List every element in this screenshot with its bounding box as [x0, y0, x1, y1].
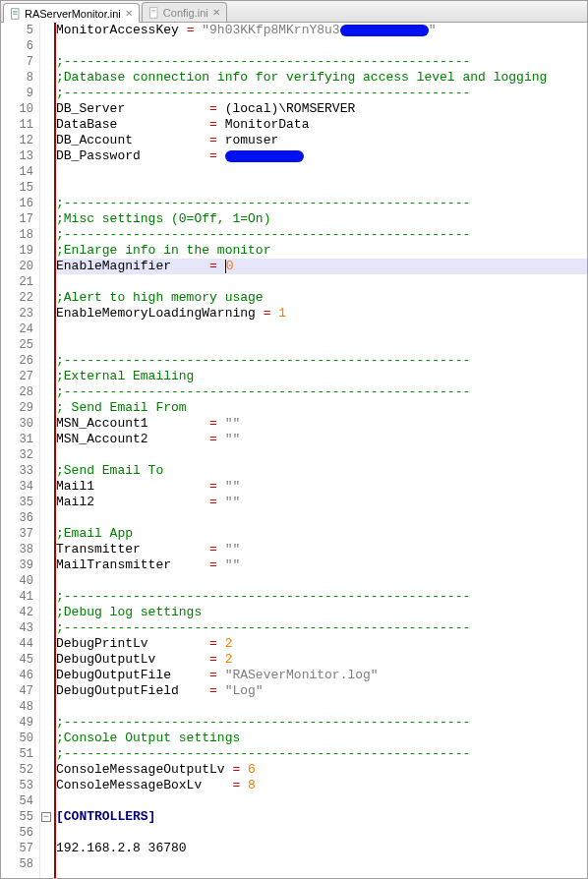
line-number: 49: [1, 715, 33, 731]
code-line[interactable]: ;Console Output settings: [54, 731, 587, 746]
code-line[interactable]: ;Debug log settings: [54, 605, 587, 620]
code-token: =: [209, 652, 217, 667]
close-icon[interactable]: ✕: [212, 7, 220, 18]
code-line[interactable]: ;---------------------------------------…: [54, 86, 587, 101]
code-line[interactable]: ConsoleMessageBoxLv = 8: [54, 778, 587, 793]
code-line[interactable]: Mail1 = "": [54, 479, 587, 495]
code-line[interactable]: [54, 699, 587, 715]
code-line[interactable]: ;Alert to high memory usage: [54, 290, 587, 306]
code-token: Mail1: [56, 479, 209, 494]
code-token: [CONTROLLERS]: [56, 809, 155, 824]
line-number: 36: [1, 510, 33, 526]
file-icon: [10, 8, 22, 20]
code-line[interactable]: MonitorAccessKey = "9h03KKfp8MKrnY8u3": [54, 23, 587, 38]
file-tab-active[interactable]: RAServerMonitor.ini ✕: [3, 3, 140, 23]
code-line[interactable]: ;---------------------------------------…: [54, 589, 587, 605]
code-line[interactable]: ; Send Email From: [54, 400, 587, 416]
code-line[interactable]: DebugOutputField = "Log": [54, 683, 587, 699]
tab-label: RAServerMonitor.ini: [25, 8, 121, 20]
code-line[interactable]: [54, 510, 587, 526]
code-line[interactable]: MSN_Account1 = "": [54, 416, 587, 432]
code-line[interactable]: [54, 38, 587, 54]
line-number: 9: [1, 86, 33, 101]
code-token: ;---------------------------------------…: [56, 227, 470, 242]
code-line[interactable]: EnableMagnifier = 0: [54, 259, 587, 274]
code-line[interactable]: ;---------------------------------------…: [54, 196, 587, 211]
code-line[interactable]: [54, 180, 587, 196]
code-line[interactable]: Mail2 = "": [54, 495, 587, 510]
code-line[interactable]: EnableMemoryLoadingWarning = 1: [54, 306, 587, 322]
code-line[interactable]: ;---------------------------------------…: [54, 227, 587, 243]
file-icon: [148, 7, 160, 19]
code-line[interactable]: DebugOutputFile = "RASeverMonitor.log": [54, 668, 587, 683]
tab-label: Config.ini: [163, 7, 208, 19]
line-number: 39: [1, 557, 33, 573]
code-line[interactable]: MSN_Account2 = "": [54, 432, 587, 447]
file-tab-inactive[interactable]: Config.ini ✕: [142, 2, 227, 22]
code-line[interactable]: ;---------------------------------------…: [54, 353, 587, 369]
code-line[interactable]: [54, 793, 587, 809]
line-number: 41: [1, 589, 33, 605]
code-token: [240, 762, 248, 777]
line-number: 37: [1, 526, 33, 542]
code-line[interactable]: ;---------------------------------------…: [54, 54, 587, 70]
code-line[interactable]: [54, 825, 587, 841]
code-line[interactable]: ;Send Email To: [54, 463, 587, 479]
code-line[interactable]: [CONTROLLERS]: [54, 809, 587, 825]
code-token: [217, 652, 225, 667]
fold-toggle-icon[interactable]: −: [41, 812, 51, 822]
code-line[interactable]: DebugOutputLv = 2: [54, 652, 587, 668]
line-number: 40: [1, 573, 33, 589]
code-token: ;Email App: [56, 526, 133, 541]
code-line[interactable]: ;---------------------------------------…: [54, 715, 587, 731]
line-number: 29: [1, 400, 33, 416]
code-line[interactable]: ;Enlarge info in the monitor: [54, 243, 587, 259]
code-token: "": [217, 542, 240, 557]
code-token: MSN_Account1: [56, 416, 209, 431]
code-line[interactable]: ;Email App: [54, 526, 587, 542]
code-line[interactable]: 192.168.2.8 36780: [54, 841, 587, 856]
code-token: ;---------------------------------------…: [56, 715, 470, 730]
line-number: 25: [1, 337, 33, 353]
code-line[interactable]: [54, 447, 587, 463]
code-line[interactable]: DataBase = MonitorData: [54, 117, 587, 133]
line-number: 19: [1, 243, 33, 259]
code-line[interactable]: [54, 856, 587, 872]
code-line[interactable]: ConsoleMessageOutputLv = 6: [54, 762, 587, 778]
code-token: MailTransmitter: [56, 557, 209, 572]
code-line[interactable]: DB_Password =: [54, 148, 587, 164]
code-token: =: [209, 683, 217, 698]
code-line[interactable]: [54, 573, 587, 589]
line-number: 34: [1, 479, 33, 495]
close-icon[interactable]: ✕: [125, 8, 133, 19]
code-line[interactable]: [54, 164, 587, 180]
line-number: 38: [1, 542, 33, 557]
line-number: 52: [1, 762, 33, 778]
code-line[interactable]: ;---------------------------------------…: [54, 384, 587, 400]
code-line[interactable]: MailTransmitter = "": [54, 557, 587, 573]
code-line[interactable]: ;Database connection info for verifying …: [54, 70, 587, 86]
code-token: ;Misc settings (0=Off, 1=On): [56, 211, 270, 226]
tab-bar: RAServerMonitor.ini ✕ Config.ini ✕: [1, 1, 587, 23]
code-line[interactable]: ;External Emailing: [54, 369, 587, 384]
line-number: 7: [1, 54, 33, 70]
code-line[interactable]: [54, 322, 587, 337]
code-line[interactable]: DebugPrintLv = 2: [54, 636, 587, 652]
code-token: ;---------------------------------------…: [56, 353, 470, 368]
code-line[interactable]: [54, 337, 587, 353]
code-line[interactable]: DB_Server = (local)\ROMSERVER: [54, 101, 587, 117]
code-editor[interactable]: MonitorAccessKey = "9h03KKfp8MKrnY8u3";-…: [54, 23, 587, 878]
line-number: 30: [1, 416, 33, 432]
code-line[interactable]: Transmitter = "": [54, 542, 587, 557]
code-line[interactable]: DB_Account = romuser: [54, 133, 587, 148]
code-token: 2: [225, 652, 233, 667]
code-line[interactable]: ;---------------------------------------…: [54, 746, 587, 762]
code-token: [240, 778, 248, 792]
line-number: 51: [1, 746, 33, 762]
line-number: 31: [1, 432, 33, 447]
code-line[interactable]: ;---------------------------------------…: [54, 620, 587, 636]
redacted-text: [225, 150, 304, 162]
code-line[interactable]: [54, 274, 587, 290]
line-number: 24: [1, 322, 33, 337]
code-line[interactable]: ;Misc settings (0=Off, 1=On): [54, 211, 587, 227]
